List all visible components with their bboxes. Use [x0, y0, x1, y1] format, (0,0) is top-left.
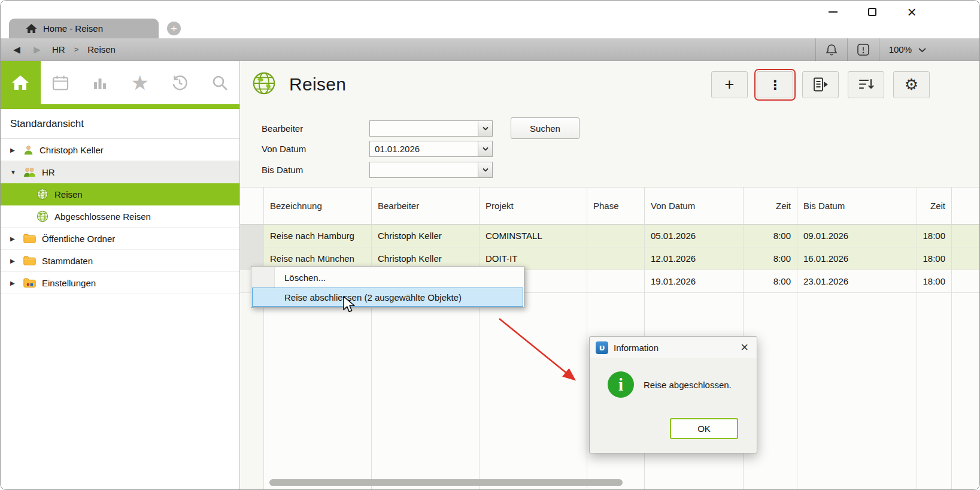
tab-label: Home - Reisen	[43, 23, 103, 34]
view-title: Standardansicht	[1, 109, 239, 139]
minimize-icon	[829, 11, 838, 13]
chevron-right-icon[interactable]: ▶	[10, 258, 19, 264]
chevron-down-icon[interactable]	[478, 121, 492, 136]
alert-icon	[857, 43, 870, 56]
home-icon	[26, 23, 37, 34]
settings-button[interactable]: ⚙	[893, 71, 930, 98]
column-header[interactable]: Projekt	[480, 187, 587, 225]
zoom-control[interactable]: 100%	[879, 38, 936, 61]
accent-bar	[1, 104, 239, 109]
chevron-down-icon[interactable]	[478, 162, 492, 177]
tree-item-christoph-keller[interactable]: ▶ Christoph Keller	[1, 139, 239, 161]
nav-calendar-button[interactable]	[41, 61, 81, 104]
folder-icon	[23, 234, 36, 243]
information-dialog: υ Information × i Reise abgeschlossen. O…	[589, 336, 757, 453]
bar-chart-icon	[92, 75, 108, 90]
bearbeiter-select[interactable]	[369, 120, 493, 137]
tree-item-stammdaten[interactable]: ▶ Stammdaten	[1, 250, 239, 272]
nav-search-button[interactable]	[200, 61, 240, 104]
nav-favorites-button[interactable]: ★	[120, 61, 160, 104]
tree-item-oeffentliche-ordner[interactable]: ▶ Öffentliche Ordner	[1, 228, 239, 250]
chevron-right-icon[interactable]: ▶	[10, 280, 19, 286]
content-toolbar: + ⋮ ⚙	[711, 71, 979, 98]
minimize-button[interactable]	[822, 4, 844, 20]
plus-icon: +	[171, 23, 177, 34]
app-window: × Home - Reisen + ◀ ▶ HR > Reisen	[0, 0, 980, 490]
tree-item-hr[interactable]: ▼ HR	[1, 161, 239, 183]
breadcrumb-hr[interactable]: HR	[52, 44, 65, 55]
notifications-button[interactable]	[816, 38, 847, 61]
chevron-down-icon[interactable]: ▼	[10, 169, 19, 176]
navigation-bar: ◀ ▶ HR > Reisen 100%	[1, 38, 979, 61]
bell-icon	[825, 43, 838, 56]
chevron-down-icon[interactable]	[478, 141, 492, 156]
filter-panel: Bearbeiter Von Datum 01.01.2026 Bis Datu…	[240, 108, 979, 187]
column-header-empty	[952, 187, 979, 225]
ok-button[interactable]: OK	[670, 418, 738, 439]
menu-item-loeschen[interactable]: Löschen...	[252, 267, 523, 288]
plus-icon: +	[725, 77, 735, 93]
gear-icon: ⚙	[905, 77, 918, 92]
dialog-close-button[interactable]: ×	[738, 341, 751, 354]
scrollbar-thumb[interactable]	[269, 479, 623, 486]
tree-item-abgeschlossene-reisen[interactable]: Abgeschlossene Reisen	[1, 205, 239, 228]
star-icon: ★	[131, 72, 149, 93]
row-selector[interactable]	[240, 225, 264, 247]
horizontal-scrollbar[interactable]	[240, 477, 979, 488]
back-button[interactable]: ◀	[7, 44, 27, 55]
info-button[interactable]	[848, 38, 879, 61]
nav-home-button[interactable]	[1, 61, 41, 104]
chevron-right-icon[interactable]: ▶	[10, 235, 19, 242]
maximize-button[interactable]	[861, 4, 883, 20]
close-button[interactable]: ×	[901, 4, 923, 20]
table-row[interactable]: Reise nach Hamburg Christoph Keller COMI…	[240, 225, 979, 247]
chevron-right-icon[interactable]: ▶	[10, 147, 19, 153]
navbar-right: 100%	[815, 38, 979, 61]
dialog-message: Reise abgeschlossen.	[644, 380, 732, 390]
person-icon	[23, 145, 34, 155]
column-header[interactable]: Phase	[587, 187, 645, 225]
sort-icon	[858, 77, 874, 92]
tree-item-reisen[interactable]: Reisen	[1, 183, 239, 205]
more-actions-button[interactable]: ⋮	[757, 71, 793, 98]
nav-history-button[interactable]	[160, 61, 200, 104]
column-header[interactable]: Von Datum	[645, 187, 744, 225]
dialog-titlebar[interactable]: υ Information ×	[590, 337, 757, 358]
dialog-title: Information	[614, 343, 738, 353]
add-button[interactable]: +	[711, 71, 748, 98]
table-header-row: Bezeichnung Bearbeiter Projekt Phase Von…	[240, 187, 979, 225]
titlebar: ×	[1, 1, 979, 19]
menu-item-reise-abschliessen[interactable]: Reise abschliessen (2 ausgewählte Objekt…	[252, 288, 523, 307]
column-header[interactable]: Zeit	[744, 187, 797, 225]
breadcrumb-reisen[interactable]: Reisen	[87, 44, 116, 55]
tab-home-reisen[interactable]: Home - Reisen	[9, 19, 159, 38]
report-button[interactable]	[802, 71, 839, 98]
sort-button[interactable]	[848, 71, 884, 98]
nav-chart-button[interactable]	[80, 61, 120, 104]
tree-item-einstellungen[interactable]: ▶ Einstellungen	[1, 272, 239, 294]
search-icon	[211, 74, 229, 92]
calendar-icon	[52, 75, 69, 91]
column-header[interactable]: Bis Datum	[797, 187, 917, 225]
column-header[interactable]: Zeit	[917, 187, 952, 225]
globe-icon	[37, 210, 48, 222]
von-datum-value: 01.01.2026	[370, 141, 478, 156]
column-header[interactable]: Bezeichnung	[264, 187, 372, 225]
search-button[interactable]: Suchen	[511, 117, 579, 139]
info-icon: i	[608, 371, 634, 398]
people-icon	[23, 167, 36, 177]
kebab-menu-icon: ⋮	[769, 78, 781, 91]
forward-button[interactable]: ▶	[27, 44, 47, 55]
bis-datum-select[interactable]	[369, 162, 493, 178]
new-tab-button[interactable]: +	[167, 22, 181, 35]
page-title: Reisen	[289, 74, 346, 95]
column-header[interactable]: Bearbeiter	[372, 187, 480, 225]
history-icon	[171, 74, 188, 91]
dialog-body: i Reise abgeschlossen. OK	[590, 358, 757, 453]
home-icon	[11, 74, 29, 91]
globe-icon	[37, 188, 48, 200]
bis-datum-value	[370, 162, 478, 177]
von-datum-label: Von Datum	[262, 144, 369, 154]
von-datum-select[interactable]: 01.01.2026	[369, 141, 493, 157]
content-header: Reisen + ⋮ ⚙	[240, 61, 979, 108]
